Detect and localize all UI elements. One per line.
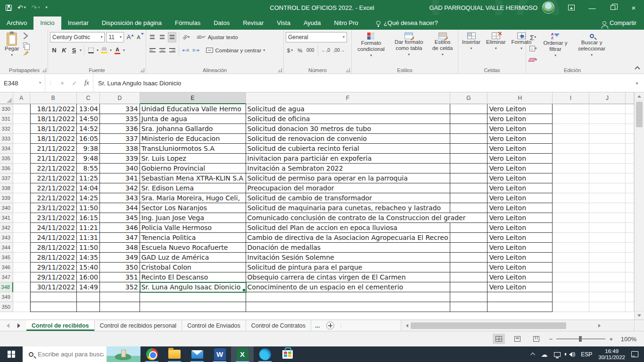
start-button[interactable] (0, 346, 23, 362)
cell-E334[interactable]: TransLluniormotos S.A (140, 144, 246, 154)
cell-G331[interactable] (450, 114, 488, 124)
cell-D344[interactable]: 348 (100, 243, 140, 253)
cell-C346[interactable]: 15:40 (77, 263, 100, 272)
cell-B340[interactable]: 23/11/2022 (30, 203, 77, 213)
column-header-J[interactable]: J (589, 92, 626, 104)
cell-H341[interactable]: Vero Leiton (487, 213, 553, 223)
ribbon-tab-revisar[interactable]: Revisar (236, 16, 270, 30)
row-header-331[interactable]: 331 (0, 114, 13, 124)
sheet-tab-control-de-contratos[interactable]: Control de Contratos (246, 320, 311, 331)
cell-I349[interactable] (553, 292, 589, 302)
dialog-launcher-icon[interactable] (278, 68, 282, 72)
cell-C349[interactable] (77, 292, 100, 302)
cell-E348[interactable]: Sr. Luna Angulo Isaac Dionicio (140, 282, 246, 292)
cell-E349[interactable] (140, 292, 246, 302)
cell-A338[interactable] (13, 183, 30, 193)
cell-A334[interactable] (13, 144, 30, 154)
cell-K330[interactable] (626, 104, 634, 114)
cell-G337[interactable] (450, 173, 488, 183)
name-box[interactable]: E348 ▾ (0, 74, 45, 92)
onedrive-icon[interactable]: ☁ (541, 351, 548, 358)
cell-C339[interactable]: 14:25 (77, 193, 100, 203)
cell-C334[interactable]: 9:38 (77, 144, 100, 154)
cell-H338[interactable]: Vero Leiton (487, 183, 553, 193)
sheet-tab-overflow[interactable]: ... (311, 320, 323, 331)
cell-C350[interactable] (77, 302, 100, 312)
cell-D338[interactable]: 342 (100, 183, 140, 193)
ribbon-tab-f-rmulas[interactable]: Fórmulas (168, 16, 207, 30)
cell-H344[interactable]: Vero Leiton (487, 243, 553, 253)
dialog-launcher-icon[interactable] (42, 68, 46, 72)
cell-H335[interactable]: Vero Leiton (487, 154, 553, 164)
taskbar-app-chrome[interactable] (140, 346, 163, 362)
cell-J349[interactable] (589, 292, 626, 302)
ribbon-tab-ayuda[interactable]: Ayuda (297, 16, 328, 30)
cell-C347[interactable]: 16:00 (77, 272, 100, 282)
cell-K348[interactable] (626, 282, 634, 292)
cell-H345[interactable]: Vero Leiton (487, 253, 553, 263)
zoom-level[interactable]: 100% (619, 336, 636, 343)
cell-C341[interactable]: 16:15 (77, 213, 100, 223)
cell-B333[interactable]: 18/11/2022 (30, 134, 77, 144)
cell-E340[interactable]: Sector Los Naranjos (140, 203, 246, 213)
taskbar-clock[interactable]: 16:49 30/11/2022 (598, 348, 625, 361)
cell-E346[interactable]: Cristobal Colon (140, 263, 246, 272)
sheet-nav-prev-button[interactable] (0, 320, 13, 331)
align-middle-button[interactable] (158, 32, 166, 42)
cell-D341[interactable]: 345 (100, 213, 140, 223)
cell-I335[interactable] (553, 154, 589, 164)
row-header-349[interactable]: 349 (0, 292, 13, 302)
cell-I341[interactable] (553, 213, 589, 223)
cell-D330[interactable]: 334 (100, 104, 140, 114)
cell-H334[interactable]: Vero Leiton (487, 144, 553, 154)
cell-C342[interactable]: 11:21 (77, 223, 100, 233)
select-all-corner[interactable] (0, 92, 13, 104)
align-bottom-button[interactable] (168, 32, 176, 42)
cell-J331[interactable] (589, 114, 626, 124)
autosum-button[interactable]: Σ▾ (528, 32, 538, 42)
cell-I340[interactable] (553, 203, 589, 213)
cell-J340[interactable] (589, 203, 626, 213)
cell-E343[interactable]: Tenencia Politica (140, 233, 246, 243)
column-header-I[interactable]: I (553, 92, 589, 104)
row-header-342[interactable]: 342 (0, 223, 13, 233)
close-button[interactable]: × (623, 0, 644, 15)
taskbar-app-word[interactable]: W (208, 346, 231, 362)
row-header-340[interactable]: 340 (0, 203, 13, 213)
cell-F330[interactable]: Solicitud de agua (246, 104, 450, 114)
minimize-button[interactable]: — (582, 0, 603, 15)
column-header-D[interactable]: D (100, 92, 140, 104)
cell-F344[interactable]: Donación de medallas (246, 243, 450, 253)
cell-K339[interactable] (626, 193, 634, 203)
cell-E345[interactable]: GAD Luz de América (140, 253, 246, 263)
page-layout-view-button[interactable] (512, 334, 524, 344)
cell-H337[interactable]: Vero Leiton (487, 173, 553, 183)
cell-H332[interactable]: Vero Leiton (487, 124, 553, 134)
column-header-G[interactable]: G (450, 92, 488, 104)
cell-B345[interactable]: 28/11/2022 (30, 253, 77, 263)
cell-D336[interactable]: 340 (100, 164, 140, 173)
row-header-338[interactable]: 338 (0, 183, 13, 193)
cell-D342[interactable]: 346 (100, 223, 140, 233)
align-left-button[interactable] (148, 45, 157, 56)
scroll-down-arrow[interactable] (635, 311, 644, 320)
cell-C337[interactable]: 11:25 (77, 173, 100, 183)
cell-styles-button[interactable]: Estilos de celda ▾ (429, 31, 456, 66)
cell-E341[interactable]: Ing. Juan Jose Vega (140, 213, 246, 223)
increase-decimal-button[interactable]: ←,0 (321, 45, 331, 56)
cell-I332[interactable] (553, 124, 589, 134)
cell-J347[interactable] (589, 272, 626, 282)
vertical-scroll-thumb[interactable] (636, 102, 643, 127)
cell-K334[interactable] (626, 144, 634, 154)
cell-C333[interactable]: 16:05 (77, 134, 100, 144)
cell-F333[interactable]: Solicitud de renovacion de convenio (246, 134, 450, 144)
align-right-button[interactable] (168, 45, 176, 56)
cell-A337[interactable] (13, 173, 30, 183)
cell-F349[interactable] (246, 292, 450, 302)
cell-I350[interactable] (553, 302, 589, 312)
insert-function-button[interactable]: fx (81, 79, 93, 87)
restore-button[interactable] (603, 0, 623, 15)
cell-A345[interactable] (13, 253, 30, 263)
cell-F346[interactable]: Solicitud de pintura para el parque (246, 263, 450, 272)
cell-K349[interactable] (626, 292, 634, 302)
